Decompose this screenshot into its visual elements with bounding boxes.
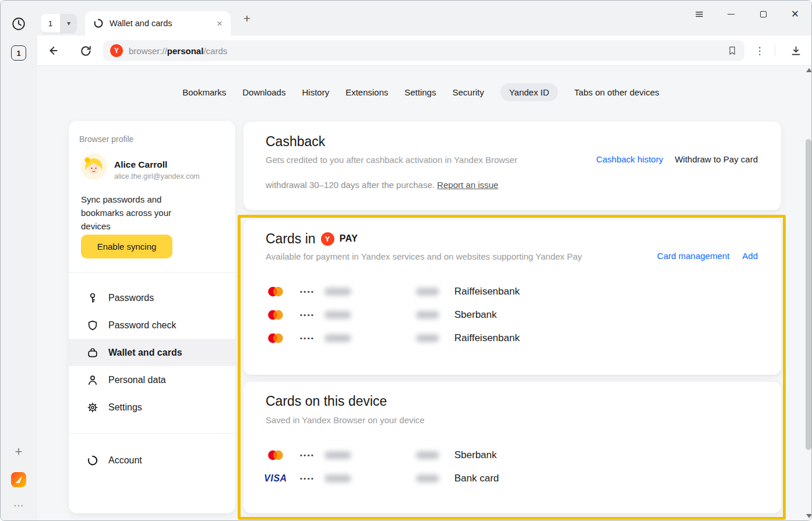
site-icon: Y [110, 44, 123, 57]
shield-icon [86, 319, 99, 332]
card-expiry-blurred [416, 475, 439, 483]
maximize-icon[interactable] [755, 6, 771, 22]
card-expiry-blurred [416, 452, 439, 459]
yandex-id-loop-icon [93, 18, 104, 29]
toolbar-overflow-icon[interactable]: ⋮ [753, 44, 767, 58]
gear-icon [86, 401, 99, 414]
dots-glyph: ⋯ [13, 499, 24, 512]
nav-yandex-id[interactable]: Yandex ID [500, 83, 558, 101]
card-expiry-blurred [416, 335, 439, 342]
scrollbar-down-arrow[interactable] [806, 514, 811, 518]
pay-card-subtitle: Available for payment in Yandex services… [266, 251, 582, 263]
url-prefix: browser:// [129, 46, 167, 56]
tab-panel-icon[interactable]: 1 [11, 45, 26, 61]
add-card-link[interactable]: Add [742, 251, 758, 261]
enable-syncing-button[interactable]: Enable syncing [81, 235, 172, 258]
plus-glyph: + [243, 12, 250, 26]
device-cards-title: Cards on this device [266, 391, 387, 411]
avatar [80, 153, 107, 180]
bookmark-flag-icon[interactable] [727, 45, 737, 56]
key-icon [86, 292, 99, 304]
card-number-blurred [324, 475, 351, 483]
rail-overflow-icon[interactable]: ⋯ [10, 498, 27, 513]
cashback-title: Cashback [266, 132, 325, 151]
cashback-card: Cashback Gets credited to you after cash… [243, 122, 781, 210]
download-icon[interactable] [789, 44, 803, 58]
nav-bookmarks[interactable]: Bookmarks [182, 83, 226, 101]
card-number-blurred [324, 311, 351, 319]
yandex-pay-cards-card: Cards in Y PAY Available for payment in … [243, 219, 781, 375]
chevron-down-icon[interactable]: ▾ [61, 14, 77, 33]
tab-close-icon[interactable]: × [217, 19, 223, 29]
new-tab-button[interactable]: + [239, 10, 255, 27]
withdraw-to-pay-card-link[interactable]: Withdraw to Pay card [675, 154, 758, 164]
report-an-issue-link[interactable]: Report an issue [437, 180, 498, 190]
cashback-body-text: withdrawal 30–120 days after the purchas… [266, 180, 435, 190]
nav-extensions[interactable]: Extensions [345, 83, 388, 101]
card-bank-name: Sberbank [454, 449, 497, 461]
window-menu-icon[interactable] [691, 6, 707, 22]
sidebar-item-label: Settings [108, 402, 142, 413]
sync-description: Sync passwords and bookmarks across your… [81, 193, 188, 233]
tab-strip: 1 ▾ Wallet and cards × + × [37, 1, 811, 36]
url-highlight: personal [167, 46, 204, 56]
yandex-pay-logo-text: PAY [340, 233, 358, 244]
reload-icon[interactable] [79, 44, 93, 58]
nav-downloads[interactable]: Downloads [242, 83, 285, 101]
browser-window: 1 + ⋯ 1 ▾ [0, 0, 812, 521]
scrollbar-thumb[interactable] [806, 139, 811, 450]
yandex-id-loop-icon [86, 454, 99, 467]
url-bar[interactable]: Y browser://personal/cards [103, 40, 744, 61]
device-card-rows: •••• Sberbank VISA •••• Bank card [243, 444, 781, 490]
card-number-masked: •••• [300, 475, 315, 482]
card-management-link[interactable]: Card management [657, 251, 729, 261]
tab-group-count[interactable]: 1 [41, 14, 61, 33]
card-bank-name: Bank card [454, 473, 499, 484]
card-number-masked: •••• [300, 335, 315, 342]
card-row[interactable]: •••• Sberbank [243, 303, 781, 327]
settings-nav: Bookmarks Downloads History Extensions S… [37, 83, 804, 101]
cashback-history-link[interactable]: Cashback history [596, 154, 663, 164]
wallet-icon [86, 346, 99, 359]
toolbar-divider [775, 45, 775, 56]
sidebar-item-account[interactable]: Account [69, 446, 235, 474]
pay-card-title-row: Cards in Y PAY [266, 229, 358, 249]
card-row[interactable]: •••• Raiffeisenbank [243, 327, 781, 350]
sidebar-item-password-check[interactable]: Password check [69, 311, 235, 339]
card-row[interactable]: •••• Raiffeisenbank [243, 280, 781, 303]
left-rail: 1 + ⋯ [1, 1, 37, 520]
nav-security[interactable]: Security [453, 83, 484, 101]
mastercard-icon [266, 309, 285, 321]
pay-card-title: Cards in [266, 229, 316, 249]
card-row[interactable]: VISA •••• Bank card [243, 467, 781, 490]
sidebar-item-wallet-and-cards[interactable]: Wallet and cards [69, 339, 235, 366]
rail-add-icon[interactable]: + [10, 443, 27, 460]
nav-settings[interactable]: Settings [405, 83, 436, 101]
sidebar-item-settings[interactable]: Settings [69, 394, 235, 421]
sidebar-item-passwords[interactable]: Passwords [69, 284, 235, 311]
yandex-browser-logo-icon[interactable] [11, 472, 26, 487]
history-clock-icon[interactable] [11, 16, 26, 31]
scrollbar-up-arrow[interactable] [806, 68, 811, 72]
url-suffix: /cards [203, 46, 227, 56]
plus-glyph: + [15, 444, 23, 459]
mastercard-icon [266, 332, 285, 344]
nav-history[interactable]: History [302, 83, 329, 101]
mastercard-icon [266, 449, 285, 461]
card-number-blurred [324, 335, 351, 342]
card-row[interactable]: •••• Sberbank [243, 444, 781, 467]
sidebar-item-label: Personal data [108, 375, 166, 385]
card-number-blurred [324, 452, 351, 459]
nav-tabs-other-devices[interactable]: Tabs on other devices [574, 83, 659, 101]
minimize-icon[interactable] [723, 6, 739, 22]
close-icon[interactable]: × [787, 6, 803, 22]
card-expiry-blurred [416, 311, 439, 319]
sidebar-item-label: Passwords [108, 293, 154, 303]
close-glyph: × [792, 6, 799, 22]
profile-email: alice.the.girl@yandex.com [114, 172, 200, 180]
sidebar-item-personal-data[interactable]: Personal data [69, 366, 235, 394]
tab-wallet-and-cards[interactable]: Wallet and cards × [85, 11, 231, 36]
tab-title: Wallet and cards [110, 19, 211, 28]
yandex-pay-logo-icon: Y [321, 232, 334, 246]
back-icon[interactable] [46, 44, 60, 58]
